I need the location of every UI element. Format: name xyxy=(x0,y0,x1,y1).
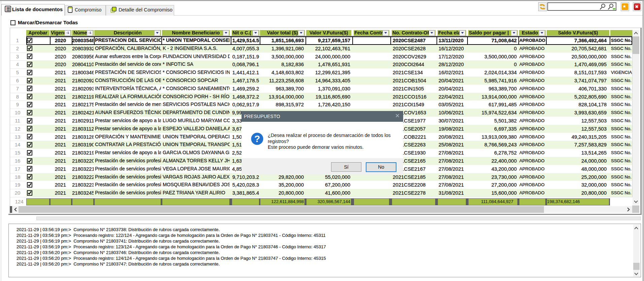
svg-text:?: ? xyxy=(254,134,260,144)
